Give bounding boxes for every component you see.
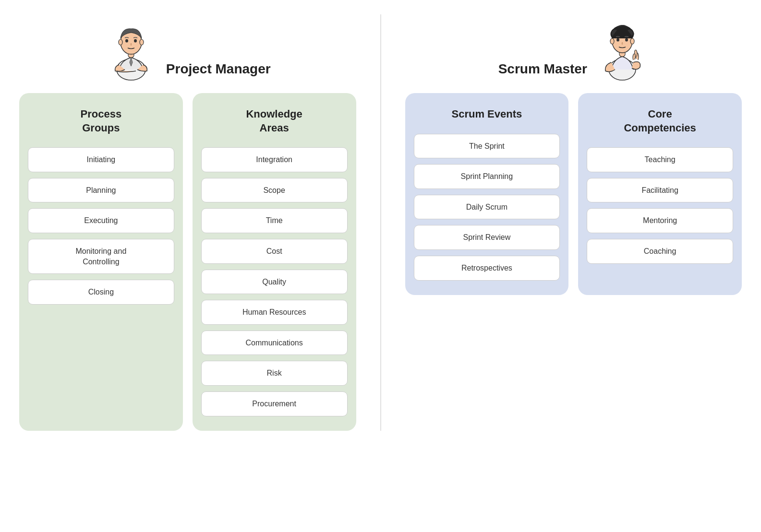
process-groups-panel: ProcessGroups Initiating Planning Execut… — [19, 93, 183, 431]
list-item: The Sprint — [414, 134, 560, 159]
pm-header: Project Manager — [19, 14, 356, 82]
list-item: Scope — [201, 178, 348, 203]
pm-character — [105, 14, 157, 82]
sm-section: Scrum Master — [405, 14, 742, 295]
svg-point-12 — [610, 38, 614, 44]
core-competencies-title: CoreCompetencies — [624, 107, 696, 135]
list-item: Closing — [28, 280, 174, 305]
svg-point-11 — [625, 38, 628, 42]
list-item: Retrospectives — [414, 256, 560, 281]
knowledge-areas-title: KnowledgeAreas — [246, 107, 302, 135]
list-item: Executing — [28, 208, 174, 233]
svg-point-4 — [134, 39, 137, 43]
list-item: Coaching — [587, 239, 733, 264]
scrum-events-title: Scrum Events — [452, 107, 522, 121]
sm-columns: Scrum Events The Sprint Sprint Planning … — [405, 93, 742, 295]
list-item: Facilitating — [587, 178, 733, 203]
list-item: Sprint Review — [414, 225, 560, 250]
sm-header: Scrum Master — [405, 14, 742, 82]
pm-title: Project Manager — [166, 61, 271, 82]
sm-character — [596, 14, 649, 82]
list-item: Cost — [201, 239, 348, 264]
scrum-events-panel: Scrum Events The Sprint Sprint Planning … — [405, 93, 569, 295]
list-item: Human Resources — [201, 300, 348, 325]
list-item: Initiating — [28, 147, 174, 172]
list-item: Procurement — [201, 391, 348, 416]
svg-point-5 — [119, 39, 122, 45]
knowledge-areas-panel: KnowledgeAreas Integration Scope Time Co… — [193, 93, 356, 431]
list-item: Daily Scrum — [414, 195, 560, 220]
list-item: Sprint Planning — [414, 164, 560, 189]
sm-title: Scrum Master — [498, 61, 587, 82]
pm-columns: ProcessGroups Initiating Planning Execut… — [19, 93, 356, 431]
list-item: Planning — [28, 178, 174, 203]
list-item: Communications — [201, 331, 348, 355]
list-item: Quality — [201, 270, 348, 295]
core-competencies-panel: CoreCompetencies Teaching Facilitating M… — [578, 93, 742, 295]
section-divider — [380, 14, 381, 431]
page-wrapper: Project Manager ProcessGroups Initiating… — [19, 14, 742, 431]
list-item: Mentoring — [587, 208, 733, 233]
list-item: Integration — [201, 147, 348, 172]
list-item: Time — [201, 208, 348, 233]
svg-point-13 — [630, 38, 634, 44]
list-item: Risk — [201, 361, 348, 386]
pm-section: Project Manager ProcessGroups Initiating… — [19, 14, 356, 431]
list-item: Teaching — [587, 147, 733, 172]
list-item: Monitoring andControlling — [28, 239, 174, 274]
svg-point-6 — [140, 39, 144, 45]
svg-point-3 — [125, 39, 128, 43]
process-groups-title: ProcessGroups — [81, 107, 122, 135]
svg-point-10 — [616, 38, 619, 42]
